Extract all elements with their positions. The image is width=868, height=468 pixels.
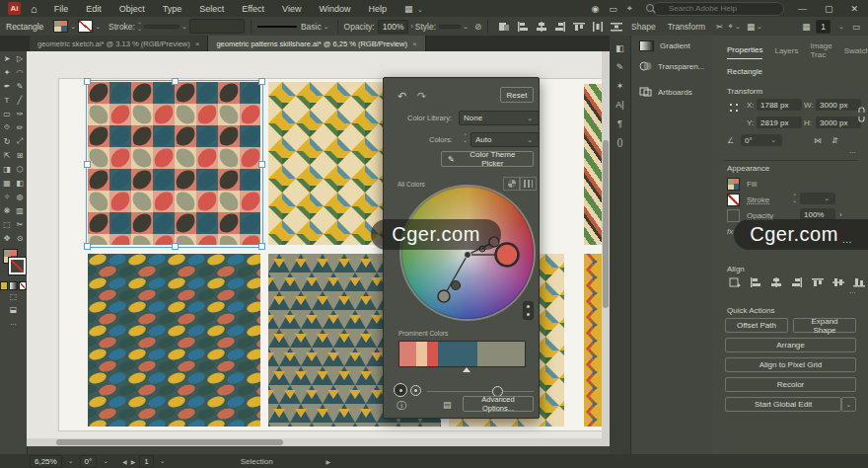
menu-effect[interactable]: Effect xyxy=(233,4,273,14)
align-h-center-icon[interactable] xyxy=(769,276,782,287)
prominent-swatch[interactable] xyxy=(427,342,438,366)
transform-label[interactable]: Transform xyxy=(668,22,705,32)
account-icon[interactable]: ◉ xyxy=(591,4,599,14)
prominent-swatch[interactable] xyxy=(399,342,416,366)
rotation-dropdown[interactable]: 0°⌄ xyxy=(741,134,782,146)
restore-button[interactable]: ▢ xyxy=(821,4,837,14)
tab-properties[interactable]: Properties xyxy=(727,41,762,59)
vertical-scrollbar[interactable] xyxy=(602,51,610,446)
selection-tool[interactable]: ➤ xyxy=(1,51,14,65)
x-field[interactable]: 1788 px xyxy=(757,99,802,111)
color-library-dropdown[interactable]: None ⌄ xyxy=(459,111,540,125)
reference-point-locator[interactable] xyxy=(727,101,741,115)
touch-workspace-icon[interactable]: ▦ xyxy=(802,22,810,32)
dock-item-gradient[interactable]: Gradient xyxy=(631,36,713,56)
menu-type[interactable]: Type xyxy=(154,4,191,14)
graph-tool[interactable]: ▥ xyxy=(14,203,27,217)
pattern-bottom-left[interactable] xyxy=(88,254,260,427)
pen-tool[interactable]: ✒ xyxy=(1,79,14,93)
distribute-h-icon[interactable] xyxy=(591,21,604,32)
panel-collapse-icon[interactable]: ▭ xyxy=(852,22,860,32)
slice-tool[interactable]: ✂ xyxy=(14,217,27,231)
stroke-proxy[interactable] xyxy=(9,258,26,274)
minimize-button[interactable]: — xyxy=(794,4,811,14)
align-left-icon[interactable] xyxy=(516,21,529,32)
recolor-button[interactable]: Recolor xyxy=(725,377,856,392)
none-button[interactable] xyxy=(19,281,27,290)
swatch-folder-icon[interactable]: ▤ xyxy=(443,400,452,410)
doc-setup-icon[interactable] xyxy=(497,21,510,32)
close-button[interactable]: ✕ xyxy=(846,4,862,14)
opacity-swatch[interactable] xyxy=(727,209,740,222)
width-tool[interactable]: ⇱ xyxy=(1,148,14,162)
align-to-selection-dropdown[interactable] xyxy=(728,276,741,287)
offset-path-button[interactable]: Offset Path xyxy=(725,318,788,333)
align-top-icon[interactable] xyxy=(811,276,824,287)
selection-handle[interactable] xyxy=(172,243,179,250)
prev-artboard-icon[interactable]: ◀ xyxy=(122,458,127,465)
selection-bounding-box[interactable] xyxy=(86,80,263,248)
workspace-menu[interactable]: 1 xyxy=(816,20,831,34)
prominent-swatch[interactable] xyxy=(438,342,476,366)
eyedropper-tool[interactable]: ✧ xyxy=(1,190,14,203)
selection-handle[interactable] xyxy=(258,243,265,250)
reset-button[interactable]: Reset xyxy=(500,87,534,103)
selection-handle[interactable] xyxy=(258,78,265,85)
stroke-weight-field[interactable]: ⌄ xyxy=(800,193,835,204)
vertical-scroll-thumb[interactable] xyxy=(603,140,609,308)
color-theme-picker-button[interactable]: ✎ Color Theme Picker xyxy=(441,151,534,167)
tab-close-icon[interactable]: × xyxy=(412,39,417,48)
color-panel-icon[interactable]: ◧ xyxy=(615,43,624,53)
curvature-tool[interactable]: ✎ xyxy=(14,79,27,93)
menu-select[interactable]: Select xyxy=(190,4,233,14)
tab-geometric-patterns[interactable]: geometric patterns skillshare.ai* @ 6,25… xyxy=(208,36,425,51)
gradient-button[interactable] xyxy=(9,281,17,290)
symbols-panel-icon[interactable]: ✶ xyxy=(616,81,624,91)
magic-wand-tool[interactable]: ✦ xyxy=(1,65,14,79)
transform-more-button[interactable]: ... xyxy=(849,146,856,155)
stroke-link[interactable]: Stroke xyxy=(747,195,769,204)
start-global-edit-button[interactable]: Start Global Edit xyxy=(725,397,841,412)
perspective-tool[interactable]: ⬡ xyxy=(14,162,27,176)
global-edit-options-button[interactable]: ⌄ xyxy=(841,397,856,412)
lasso-tool[interactable]: ◠ xyxy=(14,65,27,79)
puppet-warp-icon[interactable]: ⌖ xyxy=(728,21,733,32)
horizontal-scroll-thumb[interactable] xyxy=(56,439,283,445)
zoom-level[interactable]: 6,25% xyxy=(30,455,62,468)
selection-handle[interactable] xyxy=(84,78,91,85)
shape-builder-tool[interactable]: ◨ xyxy=(1,162,14,176)
location-icon[interactable]: ⌖ xyxy=(627,3,632,14)
expand-shape-button[interactable]: Expand Shape xyxy=(793,318,856,333)
color-wheel[interactable] xyxy=(401,187,534,319)
artboard-tool[interactable]: ⬚ xyxy=(1,217,14,231)
symbol-sprayer-tool[interactable]: ❋ xyxy=(1,203,14,217)
line-tool[interactable]: ╱ xyxy=(14,93,27,107)
align-more-button[interactable]: ... xyxy=(849,286,856,295)
selection-handle[interactable] xyxy=(84,243,91,250)
stroke-weight-stepper[interactable]: ⌃⌄ xyxy=(792,195,797,202)
w-field[interactable]: 3000 px xyxy=(816,99,861,111)
opacity-options-icon[interactable]: › xyxy=(839,210,842,219)
hand-tool[interactable]: ✥ xyxy=(1,231,14,245)
graphic-styles-icon[interactable]: ▦ xyxy=(747,22,755,32)
gradient-tool[interactable]: ◧ xyxy=(14,176,27,190)
pattern-chevrons[interactable] xyxy=(584,254,602,427)
undo-icon[interactable]: ↶ xyxy=(398,90,406,103)
wheel-view-icon[interactable] xyxy=(503,177,520,191)
share-screen-icon[interactable]: ▭ xyxy=(609,4,617,14)
h-field[interactable]: 3000 px xyxy=(816,117,861,128)
toolbar-more-button[interactable]: ... xyxy=(0,316,27,329)
free-transform-tool[interactable]: ⊞ xyxy=(14,148,27,162)
prominent-swatch[interactable] xyxy=(477,342,525,366)
stroke-stepper[interactable]: ⌃⌄ xyxy=(137,23,142,31)
align-right-icon[interactable] xyxy=(553,21,566,32)
rotate-tool[interactable]: ↻ xyxy=(1,134,14,148)
saturation-toggle[interactable] xyxy=(394,383,407,397)
tab-image-trace[interactable]: Image Trac xyxy=(810,38,832,63)
artboard-number[interactable]: 1 xyxy=(139,455,153,468)
variable-width-profile[interactable] xyxy=(189,19,245,34)
tab-layers[interactable]: Layers xyxy=(774,42,798,59)
menu-object[interactable]: Object xyxy=(110,4,154,14)
status-play-icon[interactable]: ▶ xyxy=(326,458,331,465)
prominent-bar-handle[interactable] xyxy=(463,367,470,372)
